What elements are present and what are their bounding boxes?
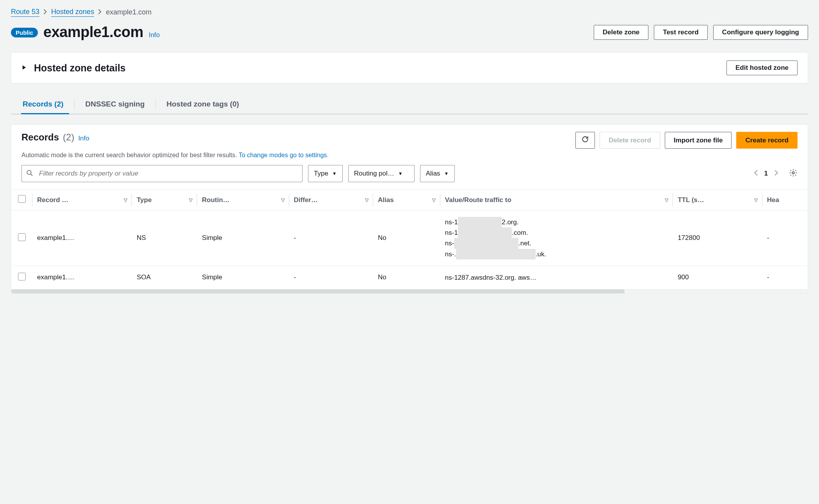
cell-alias: No <box>373 266 440 289</box>
records-table: Record …▽ Type▽ Routin…▽ Differ…▽ Alias▽… <box>11 189 808 289</box>
row-checkbox[interactable] <box>18 273 26 280</box>
horizontal-scrollbar[interactable] <box>11 289 808 293</box>
col-alias[interactable]: Alias <box>378 196 394 204</box>
cell-name: example1.… <box>32 266 132 289</box>
settings-button[interactable] <box>789 169 798 179</box>
delete-zone-button[interactable]: Delete zone <box>594 25 648 40</box>
tab-records[interactable]: Records (2) <box>21 94 75 114</box>
page-title: example1.com <box>43 24 143 41</box>
col-value[interactable]: Value/Route traffic to <box>445 196 511 204</box>
sort-icon[interactable]: ▽ <box>365 197 369 203</box>
change-modes-link[interactable]: To change modes go to settings. <box>239 152 328 158</box>
sort-icon[interactable]: ▽ <box>124 197 127 203</box>
hosted-zone-details-panel: Hosted zone details Edit hosted zone <box>11 52 808 83</box>
cell-routing: Simple <box>197 211 289 266</box>
svg-point-0 <box>27 170 31 175</box>
cell-ttl: 172800 <box>673 211 762 266</box>
page-number: 1 <box>764 170 768 177</box>
test-record-button[interactable]: Test record <box>654 25 707 40</box>
caret-down-icon: ▼ <box>398 171 403 176</box>
filter-alias-select[interactable]: Alias▼ <box>420 165 455 182</box>
col-record-name[interactable]: Record … <box>37 196 68 204</box>
cell-differ: - <box>289 211 373 266</box>
configure-query-logging-button[interactable]: Configure query logging <box>713 25 808 40</box>
refresh-icon <box>581 137 589 145</box>
filter-routing-select[interactable]: Routing pol…▼ <box>348 165 415 182</box>
cell-health: - <box>762 266 808 289</box>
records-panel: Records (2) Info Delete record Import zo… <box>11 124 808 294</box>
cell-alias: No <box>373 211 440 266</box>
sort-icon[interactable]: ▽ <box>281 197 285 203</box>
tab-tags[interactable]: Hosted zone tags (0) <box>156 94 250 114</box>
col-health[interactable]: Hea <box>767 196 779 204</box>
col-ttl[interactable]: TTL (s… <box>678 196 704 204</box>
edit-hosted-zone-button[interactable]: Edit hosted zone <box>726 60 798 75</box>
cell-name: example1.… <box>32 211 132 266</box>
sort-icon[interactable]: ▽ <box>432 197 436 203</box>
tab-dnssec[interactable]: DNSSEC signing <box>75 94 156 114</box>
cell-routing: Simple <box>197 266 289 289</box>
create-record-button[interactable]: Create record <box>736 132 798 149</box>
cell-value: ns-1287.awsdns-32.org. aws… <box>440 266 673 289</box>
breadcrumb: Route 53 Hosted zones example1.com <box>11 7 808 24</box>
cell-value: ns-1████████2.org.ns-1██████████.com.ns-… <box>440 211 673 266</box>
breadcrumb-root[interactable]: Route 53 <box>11 8 39 17</box>
table-row: example1.…SOASimple-Nons-1287.awsdns-32.… <box>11 266 808 289</box>
expand-caret-icon[interactable] <box>21 65 27 71</box>
caret-down-icon: ▼ <box>332 171 337 176</box>
sort-icon[interactable]: ▽ <box>665 197 668 203</box>
cell-health: - <box>762 211 808 266</box>
records-desc: Automatic mode is the current search beh… <box>11 151 808 165</box>
info-link[interactable]: Info <box>149 31 160 39</box>
col-type[interactable]: Type <box>137 196 151 204</box>
prev-page-button[interactable] <box>753 170 758 178</box>
filter-records-input[interactable] <box>21 165 303 182</box>
chevron-right-icon <box>98 8 102 16</box>
cell-type: SOA <box>132 266 197 289</box>
cell-ttl: 900 <box>673 266 762 289</box>
refresh-button[interactable] <box>575 132 595 149</box>
search-icon <box>26 170 33 178</box>
row-checkbox[interactable] <box>18 233 26 241</box>
visibility-badge: Public <box>11 28 38 37</box>
panel-title: Hosted zone details <box>34 62 126 74</box>
cell-differ: - <box>289 266 373 289</box>
tabs: Records (2) DNSSEC signing Hosted zone t… <box>11 94 808 114</box>
caret-down-icon: ▼ <box>444 171 449 176</box>
delete-record-button: Delete record <box>600 132 660 149</box>
breadcrumb-current: example1.com <box>106 8 151 16</box>
breadcrumb-zones[interactable]: Hosted zones <box>51 8 94 17</box>
col-routing[interactable]: Routin… <box>202 196 230 204</box>
svg-point-1 <box>792 172 794 174</box>
filter-type-select[interactable]: Type▼ <box>308 165 343 182</box>
next-page-button[interactable] <box>774 170 779 178</box>
sort-icon[interactable]: ▽ <box>754 197 758 203</box>
cell-type: NS <box>132 211 197 266</box>
table-row: example1.…NSSimple-Nons-1████████2.org.n… <box>11 211 808 266</box>
col-differ[interactable]: Differ… <box>294 196 318 204</box>
sort-icon[interactable]: ▽ <box>189 197 192 203</box>
records-count: (2) <box>63 132 74 143</box>
import-zone-file-button[interactable]: Import zone file <box>665 132 732 149</box>
records-title: Records <box>21 132 59 143</box>
select-all-checkbox[interactable] <box>18 195 26 203</box>
chevron-right-icon <box>43 8 47 16</box>
records-info-link[interactable]: Info <box>78 135 89 142</box>
